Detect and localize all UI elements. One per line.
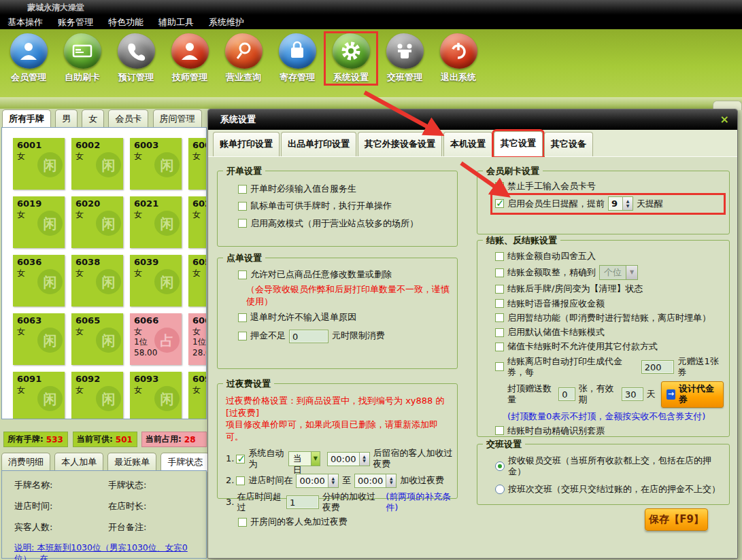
handcard-tile[interactable]: 609女闲 bbox=[188, 372, 207, 419]
spin-buttons-icon[interactable]: ▲▼ bbox=[359, 453, 369, 466]
menu-tools[interactable]: 辅助工具 bbox=[151, 15, 201, 29]
idle-badge: 闲 bbox=[37, 386, 63, 411]
spin-buttons-icon[interactable]: ▲▼ bbox=[386, 474, 396, 487]
checkbox-stored-card-only[interactable] bbox=[495, 343, 504, 351]
birthday-days-spinner[interactable]: 9▲▼ bbox=[608, 196, 633, 211]
checkbox-auto-voucher[interactable] bbox=[495, 362, 504, 371]
checkbox-click-to-open[interactable] bbox=[238, 202, 247, 211]
toolbar-technician[interactable]: 技师管理 bbox=[165, 33, 215, 84]
tab-bill-print-settings[interactable]: 账单打印设置 bbox=[213, 132, 280, 156]
spin-buttons-icon[interactable]: ▲▼ bbox=[328, 474, 338, 487]
checkbox-temp-settle[interactable] bbox=[495, 313, 504, 322]
checkbox-auto-round[interactable] bbox=[495, 252, 504, 261]
handcard-tile[interactable]: 6019女闲 bbox=[13, 196, 65, 248]
design-voucher-button[interactable]: →设计代金券 bbox=[661, 381, 724, 408]
idle-badge: 闲 bbox=[37, 152, 63, 177]
checkbox-refund-no-reason[interactable] bbox=[238, 313, 247, 322]
toolbar-system-settings[interactable]: 系统设置 bbox=[326, 33, 376, 84]
day-select[interactable]: 当日▼ bbox=[288, 451, 320, 466]
radio-shift-by-cashier[interactable] bbox=[495, 461, 505, 471]
voucher-cap-input[interactable]: 0 bbox=[558, 387, 575, 401]
handcard-tile[interactable]: 6003女闲 bbox=[130, 138, 182, 190]
checkbox-birthday-reminder[interactable] bbox=[495, 199, 504, 208]
detail-tabs: 消费明细 本人加单 最近账单 手牌状态 bbox=[1, 453, 211, 472]
handcard-tile[interactable]: 6036女闲 bbox=[13, 255, 65, 307]
idle-badge: 闲 bbox=[154, 386, 180, 411]
checkbox-allow-modify-items[interactable] bbox=[238, 270, 247, 279]
checkbox-default-stored-card[interactable] bbox=[495, 328, 504, 337]
toolbar-business-query[interactable]: 营业查询 bbox=[218, 33, 269, 84]
handcard-tile[interactable]: 6039女闲 bbox=[130, 255, 182, 307]
handcard-tile[interactable]: 602女闲 bbox=[188, 196, 207, 248]
toolbar-shift-management[interactable]: 交班管理 bbox=[380, 33, 430, 84]
checkbox-room-guest-exempt[interactable] bbox=[238, 518, 247, 527]
handcard-tile[interactable]: 6092女闲 bbox=[71, 372, 123, 419]
handcard-tile[interactable]: 600女闲 bbox=[188, 138, 207, 190]
handcard-tile[interactable]: 6065女闲 bbox=[71, 313, 123, 365]
close-icon[interactable]: × bbox=[720, 114, 729, 125]
checkbox-forbid-manual-card-entry[interactable] bbox=[495, 182, 504, 191]
dialog-titlebar: 系统设置 × bbox=[208, 109, 737, 130]
toolbar-reservation[interactable]: 预订管理 bbox=[111, 33, 161, 84]
tab-other-settings[interactable]: 其它设置 bbox=[494, 131, 543, 156]
checkbox-round-to[interactable] bbox=[495, 268, 504, 277]
radio-shift-by-session[interactable] bbox=[495, 485, 505, 494]
tab-local-settings[interactable]: 本机设置 bbox=[443, 132, 492, 156]
deposit-limit-input[interactable]: 0 bbox=[289, 330, 328, 343]
spin-buttons-icon[interactable]: ▲▼ bbox=[622, 197, 633, 210]
handcard-tile[interactable]: 6093女闲 bbox=[130, 372, 182, 419]
tab-other-devices[interactable]: 其它设备 bbox=[544, 132, 593, 156]
handcard-tile[interactable]: 6021女闲 bbox=[130, 196, 182, 248]
handcard-tile[interactable]: 6091女闲 bbox=[13, 372, 65, 419]
handcard-tile-occupied[interactable]: 606女1位28.0占 bbox=[188, 313, 207, 365]
toolbar-storage[interactable]: 寄存管理 bbox=[272, 33, 322, 84]
handcard-tile[interactable]: 6063女闲 bbox=[13, 313, 65, 365]
tab-member-card[interactable]: 会员卡 bbox=[108, 109, 148, 128]
handcard-tile-occupied[interactable]: 6066女1位58.00占 bbox=[130, 313, 182, 365]
menu-maintenance[interactable]: 系统维护 bbox=[201, 15, 252, 29]
menu-features[interactable]: 特色功能 bbox=[101, 15, 151, 29]
tab-recent-bills[interactable]: 最近账单 bbox=[107, 453, 156, 472]
chevron-down-icon[interactable]: ▼ bbox=[311, 452, 320, 466]
handcard-tile[interactable]: 605女闲 bbox=[188, 255, 207, 307]
round-precision-select[interactable]: 个位▼ bbox=[599, 265, 638, 280]
tab-external-device-settings[interactable]: 其它外接设备设置 bbox=[358, 132, 442, 156]
tab-all-handcards[interactable]: 所有手牌 bbox=[2, 109, 51, 128]
overnight-minutes-input[interactable]: 1 bbox=[286, 495, 319, 509]
save-button[interactable]: 保存【F9】 bbox=[645, 508, 708, 531]
checkbox-cleanup-state[interactable] bbox=[495, 285, 504, 294]
chevron-down-icon[interactable]: ▼ bbox=[626, 266, 637, 279]
handcard-tile[interactable]: 6020女闲 bbox=[71, 196, 123, 248]
handcard-tile[interactable]: 6002女闲 bbox=[71, 138, 123, 190]
tab-product-print-settings[interactable]: 出品单打印设置 bbox=[281, 132, 356, 156]
checkbox-voice-announce[interactable] bbox=[495, 299, 504, 308]
menu-finance[interactable]: 账务管理 bbox=[50, 15, 101, 29]
tab-male[interactable]: 男 bbox=[55, 109, 78, 128]
time-spinner-from[interactable]: 00:00▲▼ bbox=[296, 474, 338, 488]
checkbox-require-waiter[interactable] bbox=[238, 185, 247, 194]
checkbox-high-efficiency-mode[interactable] bbox=[238, 219, 247, 228]
voucher-valid-days-input[interactable]: 30 bbox=[622, 387, 643, 401]
handcard-tile[interactable]: 6001女闲 bbox=[13, 138, 65, 190]
menu-basic-ops[interactable]: 基本操作 bbox=[0, 15, 50, 29]
time-spinner-1[interactable]: 00:00▲▼ bbox=[327, 452, 369, 466]
dialog-title: 系统设置 bbox=[220, 113, 256, 126]
tab-female[interactable]: 女 bbox=[82, 109, 104, 128]
stat-available: 当前可供:501 bbox=[73, 432, 137, 447]
checkbox-deposit-limit[interactable] bbox=[238, 332, 247, 340]
tab-consumption-detail[interactable]: 消费明细 bbox=[1, 453, 50, 472]
tab-handcard-status[interactable]: 手牌状态 bbox=[161, 453, 209, 472]
dialog-body: 开单设置 开单时必须输入值台服务生 鼠标单击可供手牌时，执行开单操作 启用高效模… bbox=[208, 157, 737, 558]
toolbar-member-management[interactable]: 会员管理 bbox=[3, 33, 54, 84]
handcard-tile[interactable]: 6038女闲 bbox=[71, 255, 123, 307]
checkbox-entry-time-overnight[interactable] bbox=[236, 476, 245, 485]
time-spinner-to[interactable]: 00:00▲▼ bbox=[354, 474, 397, 488]
tab-room-management[interactable]: 房间管理 bbox=[153, 109, 202, 128]
checkbox-auto-detect-package[interactable] bbox=[495, 426, 504, 435]
tab-my-orders[interactable]: 本人加单 bbox=[54, 453, 103, 472]
member-person-icon bbox=[10, 33, 48, 69]
toolbar-exit-system[interactable]: 退出系统 bbox=[433, 33, 484, 84]
voucher-per-amount-input[interactable]: 200 bbox=[641, 360, 675, 374]
checkbox-auto-overnight[interactable] bbox=[236, 455, 245, 463]
toolbar-self-swipe[interactable]: 自助刷卡 bbox=[57, 33, 107, 84]
